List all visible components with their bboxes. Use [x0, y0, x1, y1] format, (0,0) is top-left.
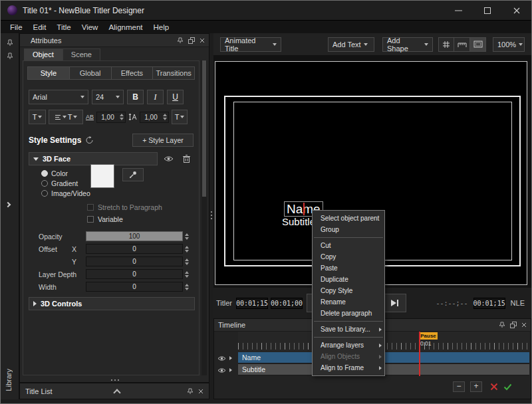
close-icon[interactable] — [200, 38, 205, 43]
pause-marker[interactable]: Pause — [419, 332, 438, 340]
collapse-chevron-icon[interactable] — [113, 389, 120, 396]
track-expand-icon[interactable] — [229, 368, 232, 372]
spinner-arrows-icon[interactable] — [185, 271, 189, 278]
ctx-duplicate[interactable]: Duplicate — [313, 274, 384, 285]
timeline-zoom-out-button[interactable]: − — [453, 381, 465, 392]
panel-resize-handle[interactable] — [114, 379, 116, 381]
ctx-group[interactable]: Group — [313, 224, 384, 235]
subtab-style[interactable]: Style — [27, 66, 70, 80]
visibility-eye-icon[interactable] — [162, 153, 176, 165]
ctx-paste[interactable]: Paste — [313, 262, 384, 274]
spinner-arrows-icon[interactable] — [185, 284, 189, 290]
tab-object[interactable]: Object — [24, 49, 63, 60]
confirm-button[interactable] — [503, 383, 512, 391]
eyedropper-button[interactable] — [122, 168, 144, 181]
layer-depth-field[interactable]: 0 — [86, 269, 183, 279]
spinner-arrows-icon[interactable] — [162, 114, 168, 120]
menu-title[interactable]: Title — [51, 23, 76, 32]
playhead[interactable] — [419, 332, 420, 376]
rulers-toggle-button[interactable] — [454, 37, 470, 52]
menu-file[interactable]: File — [5, 23, 28, 32]
track-visibility-eye-icon[interactable] — [217, 367, 226, 373]
timeline-zoom-in-button[interactable]: + — [470, 381, 482, 392]
subtab-global[interactable]: Global — [70, 66, 112, 80]
pin-icon[interactable] — [187, 388, 194, 395]
ctx-select-object-parent[interactable]: Select object parent — [313, 213, 384, 224]
controls-3d-section-header[interactable]: 3D Controls — [29, 297, 195, 310]
subtab-transitions[interactable]: Transitions — [153, 66, 195, 80]
text-path-button[interactable]: T — [172, 110, 188, 124]
menu-alignment[interactable]: Alignment — [103, 23, 148, 32]
minimize-button[interactable] — [444, 1, 473, 20]
ctx-arrange-layers[interactable]: Arrange layers — [313, 340, 384, 351]
add-shape-button[interactable]: Add Shape — [382, 37, 433, 52]
ctx-align-to-frame[interactable]: Align to Frame — [313, 362, 384, 373]
tab-scene[interactable]: Scene — [63, 49, 100, 60]
ctx-copy-style[interactable]: Copy Style — [313, 285, 384, 296]
spinner-arrows-icon[interactable] — [185, 233, 189, 240]
pin-icon[interactable] — [6, 37, 13, 49]
ctx-save-to-library[interactable]: Save to Library... — [313, 324, 384, 335]
scrollbar[interactable] — [201, 60, 207, 375]
menu-help[interactable]: Help — [148, 23, 175, 32]
fill-color-swatch[interactable] — [90, 164, 114, 188]
spinner-arrows-icon[interactable] — [118, 114, 125, 120]
ctx-copy[interactable]: Copy — [313, 251, 384, 262]
offset-y-field[interactable]: 0 — [86, 256, 183, 266]
ctx-delete-paragraph[interactable]: Delete paragraph — [313, 308, 384, 319]
color-radio[interactable] — [41, 170, 48, 177]
duration-field[interactable]: 00:01;00 — [271, 298, 303, 309]
offset-x-field[interactable]: 0 — [86, 244, 183, 254]
ctx-rename[interactable]: Rename — [313, 296, 384, 308]
subtab-effects[interactable]: Effects — [112, 66, 154, 80]
underline-button[interactable]: U — [167, 90, 184, 104]
subtitle-text-object[interactable]: Subtitle — [282, 216, 315, 227]
add-style-layer-button[interactable]: + Style Layer — [132, 134, 194, 147]
pin-icon[interactable] — [499, 322, 505, 328]
spinner-arrows-icon[interactable] — [185, 246, 189, 252]
safe-area-toggle-button[interactable] — [470, 37, 486, 52]
trash-icon[interactable] — [180, 153, 194, 165]
close-button[interactable] — [502, 1, 531, 20]
end-time-field[interactable]: 00:01;15 — [473, 298, 505, 309]
ctx-cut[interactable]: Cut — [313, 240, 384, 251]
leading-stepper[interactable]: 1,00 — [140, 112, 169, 123]
track-expand-icon[interactable] — [229, 356, 232, 360]
opacity-slider[interactable]: 100 — [86, 231, 183, 241]
grid-toggle-button[interactable] — [438, 37, 454, 52]
stretch-to-paragraph-checkbox[interactable] — [87, 204, 94, 211]
font-family-select[interactable]: Arial — [29, 90, 88, 104]
scrollbar-thumb[interactable] — [202, 60, 206, 197]
spinner-arrows-icon[interactable] — [185, 258, 189, 265]
close-icon[interactable] — [521, 322, 527, 328]
maximize-button[interactable] — [473, 1, 502, 20]
italic-button[interactable]: I — [147, 90, 164, 104]
gradient-radio[interactable] — [41, 180, 48, 187]
expand-panel-button[interactable] — [6, 200, 14, 209]
alignment-button[interactable]: T — [49, 110, 83, 124]
float-window-icon[interactable] — [510, 322, 517, 328]
variable-checkbox[interactable] — [87, 216, 94, 223]
kerning-stepper[interactable]: 1,00 — [96, 112, 126, 123]
font-size-select[interactable]: 24 — [92, 90, 124, 104]
add-text-button[interactable]: Add Text — [328, 37, 374, 52]
menu-view[interactable]: View — [76, 23, 104, 32]
template-select[interactable]: Animated Title — [220, 37, 281, 52]
close-icon[interactable] — [198, 389, 203, 394]
jump-to-end-button[interactable] — [382, 294, 406, 312]
image-video-radio[interactable] — [41, 190, 48, 197]
current-time-field[interactable]: 00:01;15 — [236, 298, 268, 309]
menu-edit[interactable]: Edit — [28, 23, 52, 32]
width-field[interactable]: 0 — [86, 282, 183, 292]
track-visibility-eye-icon[interactable] — [217, 355, 226, 361]
zoom-select[interactable]: 100% — [493, 37, 525, 52]
face-section-header[interactable]: 3D Face — [29, 152, 158, 165]
pin-icon[interactable] — [177, 37, 184, 44]
library-dock-tab[interactable]: Library — [5, 369, 13, 391]
reset-style-icon[interactable] — [85, 136, 94, 144]
text-case-button[interactable]: T — [29, 110, 46, 124]
bold-button[interactable]: B — [127, 90, 144, 104]
float-window-icon[interactable] — [188, 37, 195, 44]
cancel-button[interactable] — [490, 383, 498, 391]
pin-icon[interactable] — [6, 50, 13, 62]
